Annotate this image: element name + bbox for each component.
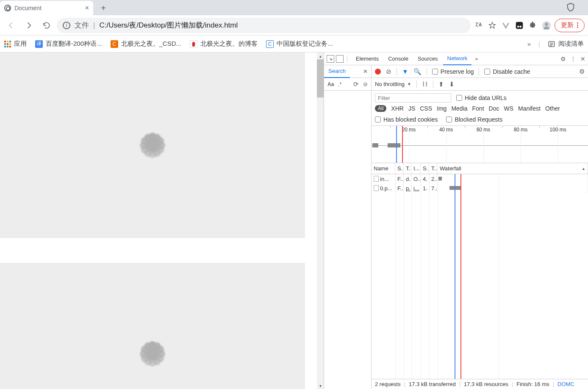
network-timeline[interactable]: 20 ms 40 ms 60 ms 80 ms 100 ms bbox=[372, 126, 588, 163]
file-icon bbox=[374, 185, 379, 191]
col-time[interactable]: T... bbox=[429, 163, 438, 174]
omnibox[interactable]: i 文件 | C:/Users/夜/Desktop/图片懒加载/index.ht… bbox=[57, 18, 471, 33]
hide-data-urls-checkbox[interactable]: Hide data URLs bbox=[456, 94, 507, 101]
search-tab[interactable]: Search bbox=[324, 65, 350, 78]
info-icon[interactable]: i bbox=[63, 22, 70, 29]
type-filter-doc[interactable]: Doc bbox=[489, 105, 499, 112]
search-close-icon[interactable]: ✕ bbox=[360, 68, 371, 75]
devtools-tab-sources[interactable]: Sources bbox=[413, 53, 442, 65]
bookmark-overflow-icon[interactable]: » bbox=[527, 40, 531, 47]
file-icon bbox=[374, 176, 379, 182]
type-filter-manifest[interactable]: Manifest bbox=[518, 105, 541, 112]
status-requests: 2 requests bbox=[375, 381, 401, 387]
extension-v-icon[interactable] bbox=[500, 20, 511, 31]
search-toggle-icon[interactable]: 🔍 bbox=[413, 68, 422, 75]
match-case-icon[interactable]: Aa bbox=[327, 81, 334, 87]
col-initiator[interactable]: I... bbox=[411, 163, 421, 174]
cell-type: d. bbox=[404, 174, 411, 183]
extension-dots-icon[interactable] bbox=[514, 20, 525, 31]
type-filter-ws[interactable]: WS bbox=[504, 105, 513, 112]
search-refresh-icon[interactable]: ⟳ bbox=[353, 81, 359, 88]
clear-button-icon[interactable]: ⊘ bbox=[386, 68, 391, 75]
profile-avatar-icon[interactable] bbox=[541, 20, 552, 31]
network-table-header: Name S. T. I... S. T... Waterfall▲ bbox=[372, 163, 588, 174]
scroll-down-icon[interactable]: ▾ bbox=[317, 382, 324, 389]
tab-close-icon[interactable]: × bbox=[85, 4, 89, 12]
cell-size: 1. bbox=[421, 183, 429, 193]
blocked-requests-checkbox[interactable]: Blocked Requests bbox=[446, 116, 502, 123]
address-bar: i 文件 | C:/Users/夜/Desktop/图片懒加载/index.ht… bbox=[0, 15, 588, 36]
scrollbar-thumb[interactable] bbox=[317, 59, 324, 97]
type-filter-css[interactable]: CSS bbox=[420, 105, 432, 112]
url-separator: | bbox=[93, 21, 95, 30]
privacy-shield-icon[interactable] bbox=[566, 3, 575, 13]
devtools-tab-elements[interactable]: Elements bbox=[352, 53, 383, 65]
col-status[interactable]: S. bbox=[395, 163, 404, 174]
bookmark-item-1[interactable]: C 北极光之夜。_CSD... bbox=[111, 40, 182, 48]
filter-toggle-icon[interactable]: ▼ bbox=[402, 68, 408, 75]
type-filter-js[interactable]: JS bbox=[408, 105, 415, 112]
bookmark-item-2[interactable]: 北极光之夜。的博客 bbox=[190, 40, 258, 48]
devtools-tab-console[interactable]: Console bbox=[384, 53, 413, 65]
bookmarks-bar: 应用 译 百度翻译-200种语... C 北极光之夜。_CSD... 北极光之夜… bbox=[0, 36, 588, 53]
browser-tab[interactable]: Document × bbox=[0, 1, 93, 15]
reading-list-button[interactable]: 阅读清单 bbox=[548, 40, 584, 48]
timeline-tick: 80 ms bbox=[514, 127, 528, 133]
status-finish: Finish: 16 ms bbox=[516, 381, 549, 387]
col-waterfall[interactable]: Waterfall▲ bbox=[438, 163, 588, 174]
record-button[interactable] bbox=[375, 69, 381, 75]
reload-button[interactable] bbox=[39, 18, 54, 33]
apps-button[interactable]: 应用 bbox=[4, 40, 27, 48]
svg-point-1 bbox=[517, 25, 519, 28]
type-filter-xhr[interactable]: XHR bbox=[391, 105, 404, 112]
new-tab-button[interactable]: + bbox=[97, 2, 109, 14]
col-name[interactable]: Name bbox=[372, 163, 395, 174]
forward-button[interactable] bbox=[21, 18, 36, 33]
device-toolbar-icon[interactable] bbox=[336, 55, 344, 63]
throttling-dropdown[interactable]: No throttling ▼ bbox=[375, 81, 411, 87]
network-status-bar: 2 requests | 17.3 kB transferred | 17.3 … bbox=[372, 379, 588, 389]
translate-icon[interactable] bbox=[473, 20, 484, 31]
preserve-log-checkbox[interactable]: Preserve log bbox=[432, 68, 474, 75]
search-clear-icon[interactable]: ⊘ bbox=[363, 81, 368, 87]
page-scrollbar[interactable]: ▴ ▾ bbox=[317, 53, 324, 389]
col-type[interactable]: T. bbox=[404, 163, 411, 174]
bookmark-item-3[interactable]: C 中国版权登记业务... bbox=[266, 40, 333, 48]
type-filter-all[interactable]: All bbox=[375, 105, 386, 112]
cell-type: p. bbox=[404, 183, 411, 193]
devtools-tab-network[interactable]: Network bbox=[443, 53, 472, 65]
col-size[interactable]: S. bbox=[421, 163, 429, 174]
type-filter-other[interactable]: Other bbox=[545, 105, 560, 112]
devtools-menu-icon[interactable]: ⋮ bbox=[570, 56, 576, 62]
devtools-tabbar: Elements Console Sources Network » ⚙ ⋮ ✕ bbox=[324, 53, 588, 65]
back-button[interactable] bbox=[3, 18, 19, 33]
network-toolbar-1: ⊘ ▼ 🔍 Preserve log Disable cache ⚙ bbox=[372, 65, 588, 78]
type-filter-font[interactable]: Font bbox=[472, 105, 484, 112]
type-filter-img[interactable]: Img bbox=[437, 105, 447, 112]
extensions-puzzle-icon[interactable] bbox=[527, 20, 538, 31]
filter-input[interactable] bbox=[375, 93, 451, 103]
status-transferred: 17.3 kB transferred bbox=[409, 381, 456, 387]
inspect-element-icon[interactable] bbox=[327, 55, 334, 63]
devtools-close-icon[interactable]: ✕ bbox=[580, 56, 585, 62]
bookmark-item-0[interactable]: 译 百度翻译-200种语... bbox=[35, 40, 102, 48]
type-filter-media[interactable]: Media bbox=[451, 105, 467, 112]
disable-cache-checkbox[interactable]: Disable cache bbox=[484, 68, 530, 75]
devtools-tabs-overflow-icon[interactable]: » bbox=[472, 56, 480, 62]
update-button[interactable]: 更新 bbox=[555, 19, 585, 32]
has-blocked-cookies-checkbox[interactable]: Has blocked cookies bbox=[375, 116, 438, 123]
bookmark-star-icon[interactable] bbox=[487, 20, 498, 31]
apps-grid-icon bbox=[4, 41, 11, 47]
download-har-icon[interactable]: ⬇ bbox=[449, 81, 455, 88]
offline-wifi-icon[interactable]: ⌇⌇ bbox=[422, 81, 428, 88]
network-settings-icon[interactable]: ⚙ bbox=[579, 68, 585, 75]
devtools-settings-icon[interactable]: ⚙ bbox=[560, 56, 566, 62]
regex-icon[interactable]: .* bbox=[338, 81, 341, 87]
reading-list-icon bbox=[548, 40, 555, 48]
cell-time: 2... bbox=[429, 174, 438, 183]
scroll-up-icon[interactable]: ▴ bbox=[317, 53, 324, 59]
loading-spinner-icon bbox=[119, 111, 186, 179]
upload-har-icon[interactable]: ⬆ bbox=[438, 81, 444, 88]
cell-status: F... bbox=[395, 174, 404, 183]
devtools-panel: Elements Console Sources Network » ⚙ ⋮ ✕… bbox=[324, 53, 588, 389]
